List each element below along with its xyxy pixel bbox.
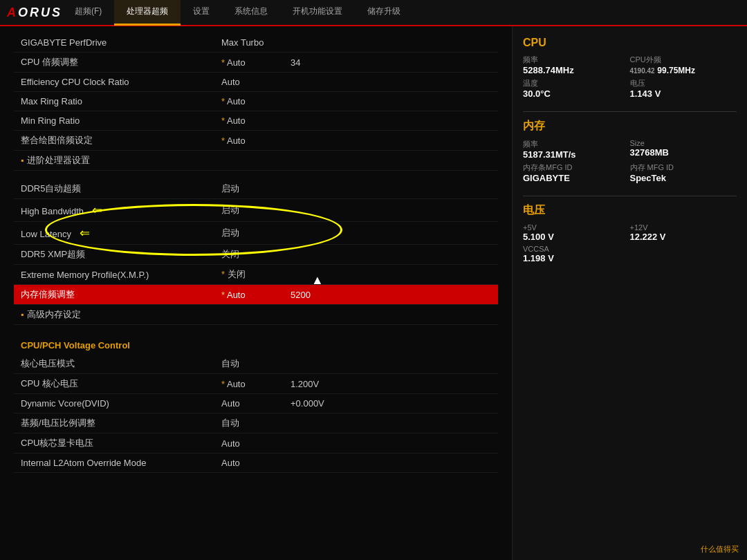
list-item-low-latency[interactable]: Low Latency ⇐ 启动 (14, 222, 498, 245)
cpu-volt-value: 1.143 V (630, 88, 737, 99)
setting-extra-memory-ratio: 5200 (290, 290, 311, 300)
list-item-advanced-memory[interactable]: ▪高级内存设定 (14, 305, 498, 325)
list-item[interactable]: 核心电压模式 自动 (14, 354, 498, 374)
volt-vccsa-value: 1.198 V (523, 253, 737, 263)
nav-tab-settings[interactable]: 设置 (181, 0, 222, 26)
setting-label-ddr5-xmp: DDR5 XMP超频 (14, 248, 221, 261)
list-item[interactable]: 整合绘图倍频设定 * Auto (14, 131, 498, 151)
list-item-high-bandwidth[interactable]: High Bandwidth ⇐ 启动 (14, 199, 498, 222)
list-item[interactable]: Extreme Memory Profile(X.M.P.) * 关闭 (14, 265, 498, 285)
setting-value-cpu-core-volt: * Auto (221, 379, 277, 389)
volt-5v-label: +5V (523, 223, 630, 232)
setting-extra-cpu-ratio: 34 (290, 57, 300, 68)
mem-mfg2-label: 内存 MFG ID (630, 162, 737, 173)
setting-value-memory-ratio: * Auto (221, 290, 277, 300)
volt-vccsa-row: VCCSA 1.198 V (523, 245, 737, 263)
cpu-temp-value: 30.0°C (523, 88, 630, 99)
setting-value-core-volt-mode: 自动 (221, 357, 277, 370)
setting-value-dvid: Auto (221, 398, 277, 409)
setting-label-xmp: Extreme Memory Profile(X.M.P.) (14, 270, 221, 280)
nav-tab-cpu-overclock[interactable]: 处理器超频 (114, 0, 181, 26)
volt-12v-col: +12V 12.222 V (630, 223, 737, 242)
info-panel: CPU 频率 5288.74MHz CPU外频 4190.42 99.75MHz… (512, 26, 747, 560)
setting-label-base-volt-ratio: 基频/电压比例调整 (14, 417, 221, 429)
mem-size-label: Size (630, 139, 737, 147)
cpu-freq-label: 频率 (523, 55, 630, 65)
setting-value-gigabyte-perfdrive: Max Turbo (221, 37, 277, 48)
list-item[interactable]: Max Ring Ratio * Auto (14, 92, 498, 111)
volt-5v-col: +5V 5.100 V (523, 223, 630, 242)
mem-mfg1-col: 内存条MFG ID GIGABYTE (523, 162, 630, 183)
volt-5v-12v-row: +5V 5.100 V +12V 12.222 V (523, 223, 737, 242)
mem-freq-value: 5187.31MT/s (523, 149, 630, 160)
cpu-temp-row: 温度 30.0°C 电压 1.143 V (523, 78, 737, 99)
voltage-section-title: 电压 (523, 203, 737, 218)
setting-label-memory-ratio: 内存倍频调整 (14, 288, 221, 301)
setting-value-min-ring-ratio: * Auto (221, 115, 277, 126)
list-item[interactable]: 基频/电压比例调整 自动 (14, 413, 498, 433)
cpu-volt-col: 电压 1.143 V (630, 78, 737, 99)
arrow-icon-2: ▪ (21, 310, 24, 319)
cpu-ext-freq-col: CPU外频 4190.42 99.75MHz (630, 55, 737, 75)
setting-value-igpu-volt: Auto (221, 438, 277, 449)
list-item[interactable]: Internal L2Atom Override Mode Auto (14, 454, 498, 473)
setting-value-high-bandwidth: 启动 (221, 204, 277, 216)
setting-label-max-ring-ratio: Max Ring Ratio (14, 96, 221, 106)
mem-freq-col: 频率 5187.31MT/s (523, 139, 630, 160)
list-item[interactable]: CPU 核心电压 * Auto 1.200V (14, 374, 498, 394)
volt-vccsa-col: VCCSA 1.198 V (523, 245, 737, 263)
list-item[interactable]: CPU核芯显卡电压 Auto (14, 433, 498, 454)
mem-size-col: Size 32768MB (630, 139, 737, 160)
setting-label-cpu-core-volt: CPU 核心电压 (14, 377, 221, 390)
setting-value-efficiency-cpu: Auto (221, 77, 277, 87)
list-item-advanced-cpu[interactable]: ▪进阶处理器设置 (14, 151, 498, 171)
setting-value-ddr5-auto-oc: 启动 (221, 183, 277, 195)
cpu-freq-row: 频率 5288.74MHz CPU外频 4190.42 99.75MHz (523, 55, 737, 75)
mem-mfg1-value: GIGABYTE (523, 173, 630, 183)
cpu-ext-freq-value: 4190.42 99.75MHz (630, 65, 737, 75)
setting-value-ddr5-xmp: 关闭 (221, 248, 277, 261)
setting-value-cpu-ratio: * Auto (221, 57, 277, 68)
list-item[interactable]: Efficiency CPU Clock Ratio Auto (14, 73, 498, 92)
top-nav-bar: AORUS 超频(F) 处理器超频 设置 系统信息 开机功能设置 储存升级 (0, 0, 747, 26)
list-item[interactable]: DDR5 XMP超频 关闭 (14, 245, 498, 265)
setting-label-advanced-cpu: ▪进阶处理器设置 (14, 154, 221, 167)
cpu-temp-col: 温度 30.0°C (523, 78, 630, 99)
section-divider-2 (14, 325, 498, 333)
setting-label-high-bandwidth: High Bandwidth ⇐ (14, 203, 221, 218)
mem-freq-row: 频率 5187.31MT/s Size 32768MB (523, 139, 737, 160)
mem-mfg2-col: 内存 MFG ID SpecTek (630, 162, 737, 183)
setting-label-cpu-ratio: CPU 倍频调整 (14, 56, 221, 68)
list-item-memory-ratio-selected[interactable]: 内存倍频调整 * Auto 5200 (14, 285, 498, 305)
list-item[interactable]: DDR5自动超频 启动 (14, 179, 498, 199)
cpu-ext-freq-label: CPU外频 (630, 55, 737, 65)
volt-12v-label: +12V (630, 223, 737, 232)
nav-tab-overclock[interactable]: 超频(F) (62, 0, 114, 26)
mem-freq-label: 频率 (523, 139, 630, 149)
watermark: 什么值得买 (701, 544, 739, 554)
list-item[interactable]: Dynamic Vcore(DVID) Auto +0.000V (14, 394, 498, 413)
mem-size-value: 32768MB (630, 147, 737, 158)
setting-value-low-latency: 启动 (221, 227, 277, 239)
nav-tab-storage[interactable]: 储存升级 (355, 0, 413, 26)
list-item[interactable]: CPU 倍频调整 * Auto 34 (14, 53, 498, 73)
arrow-icon: ▪ (21, 156, 24, 165)
setting-label-dvid: Dynamic Vcore(DVID) (14, 398, 221, 409)
setting-label-min-ring-ratio: Min Ring Ratio (14, 115, 221, 126)
arrow-left-icon: ⇐ (92, 203, 102, 217)
list-item[interactable]: Min Ring Ratio * Auto (14, 111, 498, 131)
setting-label-igpu-volt: CPU核芯显卡电压 (14, 437, 221, 449)
setting-value-base-volt-ratio: 自动 (221, 417, 277, 429)
volt-vccsa-label: VCCSA (523, 245, 737, 253)
nav-tab-boot[interactable]: 开机功能设置 (280, 0, 355, 26)
list-item[interactable]: GIGABYTE PerfDrive Max Turbo (14, 33, 498, 53)
divider-cpu-mem (523, 111, 737, 112)
setting-extra-dvid: +0.000V (290, 398, 324, 409)
cpu-freq-value: 5288.74MHz (523, 65, 630, 75)
section-header-voltage: CPU/PCH Voltage Control (14, 333, 498, 354)
cpu-volt-label: 电压 (630, 78, 737, 88)
mem-mfg2-value: SpecTek (630, 173, 737, 183)
nav-tab-sysinfo[interactable]: 系统信息 (222, 0, 280, 26)
setting-value-xmp: * 关闭 (221, 268, 277, 281)
settings-panel: GIGABYTE PerfDrive Max Turbo CPU 倍频调整 * … (0, 26, 512, 560)
